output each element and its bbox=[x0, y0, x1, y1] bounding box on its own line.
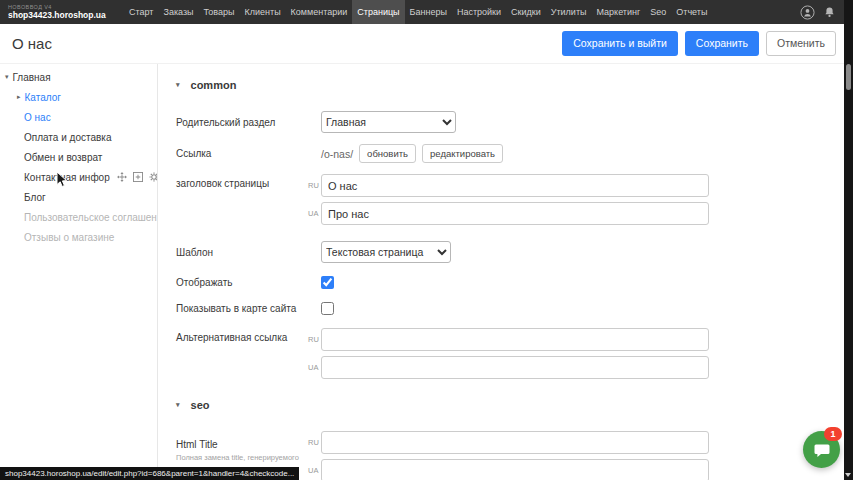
chat-badge: 1 bbox=[824, 427, 842, 441]
menu-discounts[interactable]: Скидки bbox=[506, 0, 546, 24]
section-title: seo bbox=[191, 399, 210, 411]
caret-right-icon[interactable]: ▸ bbox=[17, 93, 21, 101]
sidebar-tree: ▾ Главная ▸ Каталог О нас Оплата и доста… bbox=[0, 63, 158, 480]
sidebar-item-blog[interactable]: Блог bbox=[0, 187, 157, 207]
html-title-ru-input[interactable] bbox=[321, 431, 709, 454]
display-checkbox[interactable] bbox=[321, 276, 334, 289]
page-title-ru-input[interactable] bbox=[321, 174, 709, 197]
caret-down-icon: ▾ bbox=[176, 81, 180, 89]
chat-icon bbox=[813, 441, 831, 459]
page-title-ua-input[interactable] bbox=[321, 202, 709, 225]
lang-ua-label: UA bbox=[308, 466, 321, 475]
section-common[interactable]: ▾ common bbox=[176, 79, 844, 91]
tree-label: Обмен и возврат bbox=[24, 152, 102, 163]
chat-widget-button[interactable]: 1 bbox=[803, 431, 840, 468]
tree-label: Оплата и доставка bbox=[24, 132, 111, 143]
sitemap-checkbox[interactable] bbox=[321, 302, 334, 315]
sidebar-item-kontaktnaya[interactable]: Контактная инфор bbox=[0, 167, 157, 187]
html-title-label: Html Title bbox=[176, 435, 308, 450]
topbar-menu: Старт Заказы Товары Клиенты Комментарии … bbox=[124, 0, 712, 24]
section-title: common bbox=[191, 79, 237, 91]
alt-link-label: Альтернативная ссылка bbox=[176, 328, 308, 343]
header-actions: Сохранить и выйти Сохранить Отменить bbox=[562, 31, 836, 56]
menu-seo[interactable]: Seo bbox=[645, 0, 671, 24]
add-icon[interactable] bbox=[133, 172, 143, 182]
link-value: /o-nas/ bbox=[321, 148, 353, 160]
menu-comments[interactable]: Комментарии bbox=[286, 0, 353, 24]
screen: НОВОВВОД V4 shop34423.horoshop.ua Старт … bbox=[0, 0, 853, 480]
section-seo[interactable]: ▾ seo bbox=[176, 399, 844, 411]
body: ▾ Главная ▸ Каталог О нас Оплата и доста… bbox=[0, 63, 844, 480]
lang-ru-label: RU bbox=[308, 335, 321, 344]
menu-pages[interactable]: Страницы bbox=[352, 0, 404, 24]
status-url: shop34423.horoshop.ua/edit/edit.php?id=6… bbox=[0, 467, 299, 480]
cancel-button[interactable]: Отменить bbox=[766, 31, 836, 56]
scrollbar-thumb[interactable] bbox=[846, 64, 851, 90]
tree-label: Отзывы о магазине bbox=[24, 232, 114, 243]
link-label: Ссылка bbox=[176, 148, 308, 159]
logo-title: shop34423.horoshop.ua bbox=[8, 10, 114, 20]
menu-settings[interactable]: Настройки bbox=[452, 0, 506, 24]
gear-icon[interactable] bbox=[149, 172, 158, 182]
sidebar-item-o-nas[interactable]: О нас bbox=[0, 107, 157, 127]
parent-section-select[interactable]: Главная bbox=[321, 111, 456, 133]
page-title: О нас bbox=[12, 35, 52, 52]
menu-banners[interactable]: Баннеры bbox=[405, 0, 452, 24]
scrollbar[interactable] bbox=[844, 0, 853, 480]
tree-item-actions bbox=[117, 172, 158, 182]
link-edit-button[interactable]: редактировать bbox=[422, 144, 503, 163]
tree-label: Контактная инфор bbox=[24, 172, 110, 183]
sitemap-label: Показывать в карте сайта bbox=[176, 303, 308, 314]
page-header: О нас Сохранить и выйти Сохранить Отмени… bbox=[0, 24, 844, 64]
menu-utilities[interactable]: Утилиты bbox=[546, 0, 592, 24]
caret-down-icon[interactable]: ▾ bbox=[5, 73, 9, 81]
lang-ru-label: RU bbox=[308, 181, 321, 190]
lang-ua-label: UA bbox=[308, 209, 321, 218]
logo[interactable]: НОВОВВОД V4 shop34423.horoshop.ua bbox=[0, 4, 124, 20]
menu-orders[interactable]: Заказы bbox=[158, 0, 198, 24]
menu-reports[interactable]: Отчеты bbox=[671, 0, 712, 24]
user-icon[interactable] bbox=[800, 5, 815, 20]
move-icon[interactable] bbox=[117, 172, 127, 182]
main-form: ▾ common Родительский раздел Главная Ссы… bbox=[158, 63, 844, 480]
menu-start[interactable]: Старт bbox=[124, 0, 158, 24]
tree-label: Каталог bbox=[25, 92, 61, 103]
caret-down-icon: ▾ bbox=[176, 401, 180, 409]
alt-link-ua-input[interactable] bbox=[321, 356, 709, 379]
template-select[interactable]: Текстовая страница bbox=[321, 241, 451, 263]
page-title-label: заголовок страницы bbox=[176, 174, 308, 189]
tree-label: Главная bbox=[13, 72, 51, 83]
tree-label: О нас bbox=[24, 112, 51, 123]
lang-ua-label: UA bbox=[308, 363, 321, 372]
alt-link-ru-input[interactable] bbox=[321, 328, 709, 351]
template-label: Шаблон bbox=[176, 247, 308, 258]
sidebar-item-polzovatelskoe[interactable]: Пользовательское соглашение bbox=[0, 207, 157, 227]
sidebar-item-glavnaya[interactable]: ▾ Главная bbox=[0, 67, 157, 87]
sidebar-item-otzyvy[interactable]: Отзывы о магазине bbox=[0, 227, 157, 247]
parent-section-label: Родительский раздел bbox=[176, 117, 308, 128]
tree-label: Пользовательское соглашение bbox=[24, 212, 158, 223]
lang-ru-label: RU bbox=[308, 438, 321, 447]
html-title-ua-input[interactable] bbox=[321, 459, 709, 480]
sidebar-item-obmen[interactable]: Обмен и возврат bbox=[0, 147, 157, 167]
menu-products[interactable]: Товары bbox=[199, 0, 240, 24]
topbar: НОВОВВОД V4 shop34423.horoshop.ua Старт … bbox=[0, 0, 853, 24]
sidebar-item-oplata[interactable]: Оплата и доставка bbox=[0, 127, 157, 147]
html-title-note: Полная замена title, генерируемого bbox=[176, 453, 321, 462]
menu-marketing[interactable]: Маркетинг bbox=[591, 0, 645, 24]
menu-clients[interactable]: Клиенты bbox=[240, 0, 286, 24]
sidebar-item-katalog[interactable]: ▸ Каталог bbox=[0, 87, 157, 107]
link-update-button[interactable]: обновить bbox=[359, 144, 416, 163]
scroll-down-arrow[interactable] bbox=[845, 473, 851, 477]
save-button[interactable]: Сохранить bbox=[685, 31, 759, 56]
bell-icon[interactable] bbox=[822, 5, 837, 20]
display-label: Отображать bbox=[176, 277, 308, 288]
save-exit-button[interactable]: Сохранить и выйти bbox=[562, 31, 678, 56]
tree-label: Блог bbox=[24, 192, 46, 203]
